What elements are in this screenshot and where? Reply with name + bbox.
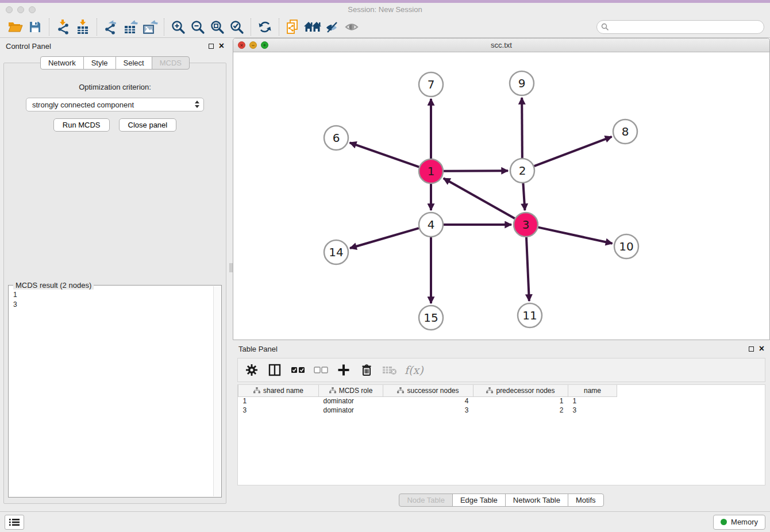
tab-network[interactable]: Network [40,56,84,70]
folder-front [9,25,22,32]
search-field-wrap [596,20,764,34]
edge-2-8[interactable] [534,137,612,166]
select-stepper-icon [195,101,199,108]
graph-node-label-6: 6 [333,131,340,145]
graph-node-label-9: 9 [518,76,526,90]
save-session-icon[interactable] [25,18,45,36]
table-toolbar: f(x) [237,358,765,382]
table-cell[interactable]: 3 [383,406,473,415]
graph-node-label-8: 8 [622,125,629,138]
deselect-all-columns-icon[interactable] [310,360,331,380]
run-mcds-button[interactable]: Run MCDS [53,118,110,132]
import-table-icon[interactable] [73,18,93,36]
search-input[interactable] [596,20,764,34]
optimization-criterion-select[interactable]: strongly connected component [26,98,204,111]
toolbar-separator [251,18,251,36]
home-icon[interactable] [303,18,322,36]
graph-node-label-11: 11 [522,309,537,322]
close-table-panel-icon[interactable]: × [759,346,764,352]
tab-select[interactable]: Select [116,56,152,70]
edge-2-9[interactable] [522,98,522,158]
app-titlebar: Session: New Session [0,3,770,16]
zoom-out-icon[interactable] [188,18,207,36]
close-network-icon[interactable]: × [238,41,245,49]
float-table-panel-icon[interactable] [749,346,754,352]
table-cell[interactable]: 3 [568,406,617,415]
edge-3-1[interactable] [444,178,515,218]
zoom-in-icon[interactable] [168,18,188,36]
toggle-column-panel-icon[interactable] [264,360,285,380]
edge-1-2[interactable] [444,171,508,171]
edge-2-3[interactable] [523,183,525,210]
edge-1-6[interactable] [350,142,419,167]
hide-selected-icon[interactable] [322,18,342,36]
close-panel-icon[interactable]: × [219,43,224,49]
delete-table-icon [379,360,400,380]
table-panel-title: Table Panel [238,345,278,353]
tab-network-table[interactable]: Network Table [505,494,568,507]
network-window-titlebar[interactable]: × − + scc.txt [233,38,769,52]
network-graph-canvas[interactable]: 7968124314101511 [233,52,769,340]
column-header-successor-nodes[interactable]: successor nodes [383,385,473,396]
zoom-selected-icon[interactable] [227,18,247,36]
result-scrollbar[interactable] [213,286,221,496]
column-header-mcds-role[interactable]: MCDS role [319,385,383,396]
graph-node-label-2: 2 [519,164,526,178]
column-header-name[interactable]: name [568,385,617,396]
control-panel: Control Panel × Network Style Select MCD… [0,38,230,508]
close-panel-button[interactable]: Close panel [119,118,177,132]
table-cell[interactable]: 2 [473,406,568,415]
table-row[interactable]: 3dominator323 [238,406,617,415]
edge-4-14[interactable] [350,228,419,248]
zoom-fit-icon[interactable] [207,18,227,36]
table-cell[interactable]: dominator [319,406,383,415]
tab-motifs[interactable]: Motifs [568,494,604,507]
tab-node-table[interactable]: Node Table [399,494,453,507]
maximize-network-icon[interactable]: + [261,41,268,49]
export-table-icon[interactable] [121,18,140,36]
table-row[interactable]: 1dominator411 [238,396,617,406]
open-session-icon[interactable] [6,18,25,36]
edge-3-10[interactable] [538,228,612,244]
task-history-button[interactable] [5,515,24,530]
main-toolbar [0,16,770,38]
node-table[interactable]: shared name MCDS role successor nodes pr… [238,385,617,415]
apply-layout-icon[interactable] [255,18,275,36]
create-column-plus-icon[interactable] [333,360,354,380]
mcds-result-list[interactable]: 1 3 [9,286,221,314]
network-from-selection-icon[interactable] [283,18,303,36]
export-image-icon[interactable] [140,18,160,36]
export-network-icon[interactable] [101,18,121,36]
graph-node-label-7: 7 [428,78,435,91]
import-network-icon[interactable] [53,18,73,36]
table-settings-gear-icon[interactable] [241,360,262,380]
table-header-row[interactable]: shared name MCDS role successor nodes pr… [238,385,617,396]
edge-3-11[interactable] [526,237,529,301]
table-cell[interactable]: 1 [238,396,319,406]
table-cell[interactable]: 1 [568,396,617,406]
table-panel-header: Table Panel × [233,341,770,356]
memory-button[interactable]: Memory [713,515,765,530]
toolbar-separator [279,18,279,36]
float-panel-icon[interactable] [209,44,214,49]
column-type-icon [253,387,260,394]
column-type-icon [486,387,493,394]
table-cell[interactable]: dominator [319,396,383,406]
show-all-icon[interactable] [342,18,361,36]
table-cell[interactable]: 4 [383,396,473,406]
graph-node-label-15: 15 [424,311,438,325]
graph-node-label-10: 10 [619,240,633,253]
table-cell[interactable]: 3 [238,406,319,415]
delete-column-trash-icon[interactable] [356,360,377,380]
minimize-network-icon[interactable]: − [249,41,257,49]
tab-mcds[interactable]: MCDS [152,56,190,70]
column-header-shared-name[interactable]: shared name [238,385,319,396]
app-title: Session: New Session [0,5,770,14]
network-title: scc.txt [233,41,769,49]
tab-style[interactable]: Style [83,56,116,70]
table-cell[interactable]: 1 [473,396,568,406]
tab-edge-table[interactable]: Edge Table [452,494,506,507]
graph-node-label-14: 14 [329,245,343,259]
column-header-predecessor-nodes[interactable]: predecessor nodes [473,385,568,396]
select-all-columns-icon[interactable] [287,360,308,380]
